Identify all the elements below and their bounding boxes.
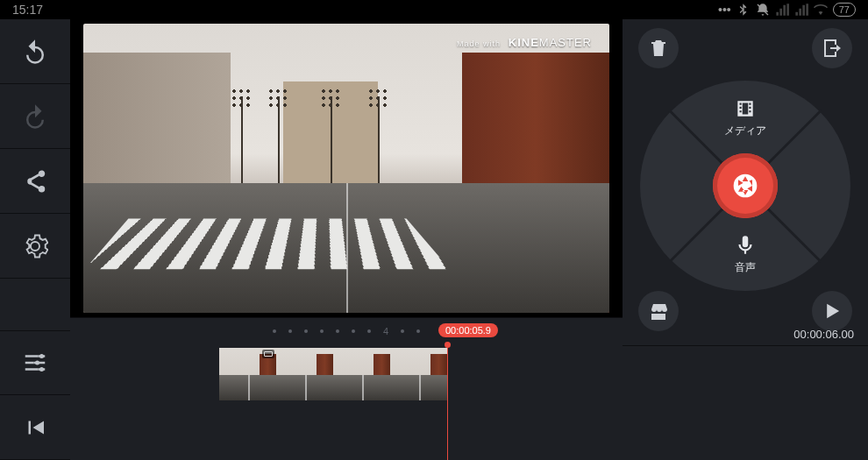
play-icon — [820, 299, 844, 323]
playhead[interactable] — [447, 344, 448, 460]
layer-icon — [665, 376, 688, 399]
video-preview[interactable]: Made with KINEMASTER — [70, 19, 623, 317]
right-panel: メディア レイヤー オーディオ 音声 00:00:06.00 — [623, 19, 868, 460]
watermark-brand-2: MASTER — [539, 36, 592, 49]
share-icon — [22, 168, 48, 195]
timeline-ruler[interactable]: 4 — [70, 318, 623, 344]
timeline-clip[interactable] — [276, 348, 333, 400]
watermark-brand-1: KINE — [509, 36, 539, 49]
skip-previous-icon — [22, 414, 48, 441]
settings-icon — [22, 233, 48, 259]
share-button[interactable] — [0, 149, 70, 214]
redo-button[interactable] — [0, 84, 70, 149]
timeline-clip[interactable] — [333, 348, 390, 400]
undo-icon — [22, 39, 48, 65]
left-toolbar — [0, 19, 70, 460]
timeline-clip[interactable] — [219, 348, 276, 400]
watermark: Made with KINEMASTER — [457, 36, 592, 49]
image-icon — [262, 350, 274, 358]
audio-icon — [802, 376, 825, 399]
undo-button[interactable] — [0, 19, 70, 84]
ruler-marker: 4 — [383, 326, 388, 336]
wheel-layer-label: レイヤー — [656, 402, 698, 417]
wheel-media-label: メディア — [724, 124, 766, 138]
microphone-icon — [734, 234, 757, 257]
media-icon — [734, 97, 757, 120]
watermark-prefix: Made with — [457, 39, 501, 48]
redo-icon — [22, 103, 48, 130]
timeline-settings-button[interactable] — [0, 330, 70, 395]
store-button[interactable] — [638, 291, 679, 331]
wheel-voice-label: 音声 — [735, 260, 756, 275]
timeline[interactable]: 4 00:00:05.9 — [70, 317, 623, 460]
playhead-time-badge: 00:00:05.9 — [438, 323, 498, 337]
wheel-audio-label: オーディオ — [787, 402, 840, 417]
status-time: 15:17 — [12, 3, 43, 17]
timeline-settings-icon — [22, 350, 48, 376]
timeline-clip[interactable] — [390, 348, 447, 400]
play-button[interactable] — [812, 291, 852, 331]
media-wheel: メディア レイヤー オーディオ 音声 — [640, 81, 850, 291]
timeline-track[interactable] — [219, 348, 447, 400]
total-duration: 00:00:06.00 — [793, 328, 854, 341]
store-icon — [648, 301, 669, 322]
jump-start-button[interactable] — [0, 395, 70, 460]
preview-frame: Made with KINEMASTER — [83, 24, 609, 313]
settings-button[interactable] — [0, 214, 70, 279]
